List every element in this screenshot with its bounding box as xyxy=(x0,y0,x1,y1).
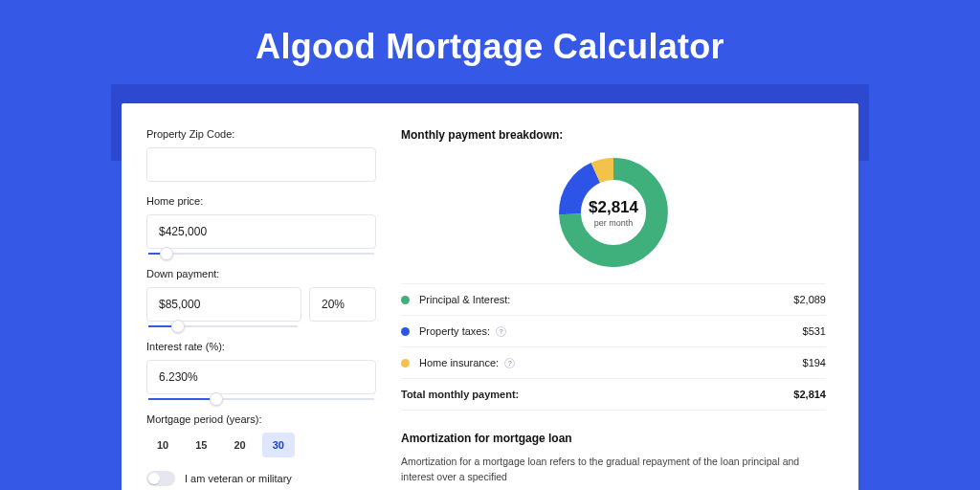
period-options: 10152030 xyxy=(146,433,376,457)
legend-dot-tax xyxy=(401,327,410,336)
legend-row-pi: Principal & Interest:$2,089 xyxy=(401,284,826,316)
rate-field: Interest rate (%): xyxy=(146,341,376,400)
info-icon[interactable]: ? xyxy=(496,326,506,337)
toggle-knob xyxy=(148,473,160,484)
down-label: Down payment: xyxy=(146,268,376,279)
info-icon[interactable]: ? xyxy=(504,358,515,368)
down-amount-input[interactable] xyxy=(146,287,301,322)
donut-center: $2,814 per month xyxy=(556,155,671,270)
donut-wrap: $2,814 per month xyxy=(401,151,826,283)
legend-row-ins: Home insurance:?$194 xyxy=(401,347,826,379)
legend-label-pi: Principal & Interest: xyxy=(419,294,510,305)
price-slider[interactable] xyxy=(148,253,374,255)
veteran-label: I am veteran or military xyxy=(185,473,292,484)
down-slider-thumb[interactable] xyxy=(171,320,185,333)
period-option-10[interactable]: 10 xyxy=(146,433,179,457)
period-field: Mortgage period (years): 10152030 xyxy=(146,413,376,457)
down-slider[interactable] xyxy=(148,325,298,327)
legend-label-tax: Property taxes: xyxy=(419,325,490,337)
legend: Principal & Interest:$2,089Property taxe… xyxy=(401,283,826,411)
page-title: Algood Mortgage Calculator xyxy=(0,27,980,67)
legend-label-ins: Home insurance: xyxy=(419,357,499,368)
calculator-card: Property Zip Code: Home price: Down paym… xyxy=(122,103,858,490)
rate-label: Interest rate (%): xyxy=(146,341,376,352)
amort-body: Amortization for a mortgage loan refers … xyxy=(401,455,826,485)
rate-input[interactable] xyxy=(146,360,376,394)
price-input[interactable] xyxy=(146,214,376,249)
amortization-section: Amortization for mortgage loan Amortizat… xyxy=(401,432,826,485)
veteran-row: I am veteran or military xyxy=(146,471,376,486)
inputs-column: Property Zip Code: Home price: Down paym… xyxy=(146,128,376,467)
hero: Algood Mortgage Calculator xyxy=(0,0,980,84)
legend-dot-pi xyxy=(401,296,410,304)
donut-total: $2,814 xyxy=(589,198,638,217)
period-label: Mortgage period (years): xyxy=(146,413,376,425)
donut-caption: per month xyxy=(594,218,634,228)
legend-value-total: $2,814 xyxy=(793,389,826,400)
legend-dot-ins xyxy=(401,359,410,368)
rate-slider-fill xyxy=(148,398,216,400)
rate-slider[interactable] xyxy=(148,398,374,400)
veteran-toggle[interactable] xyxy=(146,471,175,486)
down-field: Down payment: xyxy=(146,268,376,327)
zip-input[interactable] xyxy=(146,147,376,182)
rate-slider-thumb[interactable] xyxy=(210,392,223,406)
legend-label-total: Total monthly payment: xyxy=(401,389,519,400)
period-option-30[interactable]: 30 xyxy=(262,433,295,457)
legend-row-tax: Property taxes:?$531 xyxy=(401,316,826,347)
period-option-20[interactable]: 20 xyxy=(224,433,256,457)
amort-title: Amortization for mortgage loan xyxy=(401,432,826,445)
period-option-15[interactable]: 15 xyxy=(185,433,217,457)
legend-value-pi: $2,089 xyxy=(793,294,826,305)
down-pct-input[interactable] xyxy=(309,287,376,322)
zip-field: Property Zip Code: xyxy=(146,128,376,182)
price-slider-thumb[interactable] xyxy=(160,247,173,260)
breakdown-column: Monthly payment breakdown: $2,814 per mo… xyxy=(401,128,826,467)
legend-value-tax: $531 xyxy=(803,325,826,337)
price-field: Home price: xyxy=(146,195,376,255)
payment-donut: $2,814 per month xyxy=(556,155,671,270)
price-label: Home price: xyxy=(146,195,376,207)
legend-value-ins: $194 xyxy=(803,357,826,368)
breakdown-title: Monthly payment breakdown: xyxy=(401,128,826,142)
legend-row-total: Total monthly payment:$2,814 xyxy=(401,379,826,411)
zip-label: Property Zip Code: xyxy=(146,128,376,140)
